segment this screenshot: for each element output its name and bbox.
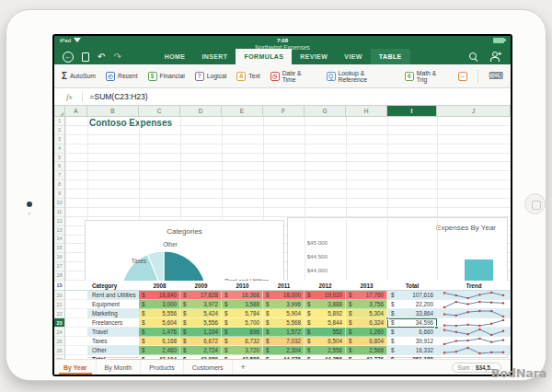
row-number[interactable]: 5 [54, 154, 64, 163]
money-cell-20[interactable]: $18,000 [263, 291, 305, 300]
ribbon-tab-review[interactable]: REVIEW [292, 49, 336, 64]
back-button[interactable]: ← [63, 52, 74, 63]
total-cell[interactable]: $22,200 [387, 300, 437, 309]
row-header-26[interactable]: 26 [54, 346, 65, 355]
row-header-23[interactable]: 23 [54, 318, 65, 328]
undo-button[interactable]: ↶ [98, 52, 105, 62]
money-cell-20[interactable]: $17,760 [346, 291, 387, 300]
keyboard-button[interactable]: ⌨ [489, 70, 503, 82]
money-cell-24[interactable]: $696 [222, 328, 263, 337]
money-cell-22[interactable]: $5,892 [305, 309, 346, 318]
trend-cell[interactable] [437, 346, 511, 355]
ribbon-tab-insert[interactable]: INSERT [193, 49, 236, 64]
money-cell-23[interactable]: $5,604 [139, 318, 180, 328]
money-cell-25[interactable]: $7,032 [263, 337, 305, 346]
money-cell-22[interactable]: $5,304 [346, 309, 387, 318]
ribbon-tab-home[interactable]: HOME [156, 49, 194, 64]
col-header-f[interactable]: F [263, 106, 305, 116]
money-cell-21[interactable]: $3,000 [139, 300, 180, 309]
empty-cell[interactable] [65, 309, 87, 318]
empty-cell[interactable] [65, 281, 87, 291]
money-cell-25[interactable]: $6,168 [139, 337, 180, 346]
home-button[interactable] [524, 193, 546, 214]
row-number[interactable]: 12 [54, 217, 64, 226]
row-number[interactable]: 3 [54, 135, 64, 144]
money-cell-24[interactable]: $1,572 [263, 328, 305, 337]
category-cell[interactable]: Freelancers [87, 318, 139, 328]
empty-cell[interactable] [65, 291, 87, 300]
total-cell[interactable]: $6,660 [387, 328, 437, 337]
selection-handle[interactable] [434, 326, 439, 330]
ribbon-item-math-trig[interactable]: θMath & Trig [405, 70, 448, 83]
ribbon-item-more-functions[interactable]: – [458, 72, 467, 81]
money-cell-22[interactable]: $5,784 [222, 309, 263, 318]
col-header-b[interactable]: B [87, 106, 139, 116]
money-cell-21[interactable]: $3,996 [263, 300, 305, 309]
row-number[interactable]: 15 [54, 244, 64, 253]
money-cell-25[interactable]: $6,732 [222, 337, 263, 346]
col-header-g[interactable]: G [305, 106, 346, 116]
formula-input[interactable]: =SUM(C23:H23) [90, 92, 148, 101]
select-all-corner[interactable] [54, 106, 65, 116]
money-cell-25[interactable]: $6,672 [180, 337, 222, 346]
total-cell[interactable]: $16,332 [387, 346, 437, 355]
money-cell-23[interactable]: $5,700 [222, 318, 263, 328]
col-header-h[interactable]: H [346, 106, 387, 116]
money-cell-26[interactable]: $2,460 [139, 346, 180, 355]
sheet-tab-by-year[interactable]: By Year [54, 360, 97, 375]
money-cell-22[interactable]: $5,556 [139, 309, 180, 318]
ribbon-item-logical[interactable]: ?Logical [195, 72, 227, 81]
ribbon-tab-view[interactable]: VIEW [336, 49, 371, 64]
row-number[interactable]: 10 [54, 199, 64, 208]
empty-cell[interactable] [65, 346, 87, 355]
money-cell-20[interactable]: $17,628 [180, 291, 222, 300]
col-header-a[interactable]: A [65, 106, 87, 116]
sheet-tab-products[interactable]: Products [141, 360, 184, 375]
money-cell-21[interactable]: $3,972 [180, 300, 222, 309]
row-header-19[interactable]: 19 [54, 281, 65, 291]
row-header-21[interactable]: 21 [54, 300, 65, 309]
ribbon-item-text[interactable]: AText [236, 72, 259, 81]
total-cell[interactable]: $107,616 [387, 291, 437, 300]
ribbon-tab-formulas[interactable]: FORMULAS [236, 49, 292, 64]
money-cell-20[interactable]: $19,020 [305, 291, 346, 300]
row-number[interactable]: 16 [54, 253, 64, 262]
trend-cell[interactable] [437, 309, 511, 318]
trend-cell[interactable] [437, 337, 511, 346]
money-cell-21[interactable]: $3,588 [222, 300, 263, 309]
row-number[interactable]: 1 [54, 117, 64, 126]
trend-cell[interactable] [437, 318, 511, 328]
total-cell[interactable]: $39,912 [387, 337, 437, 346]
money-cell-26[interactable]: $2,556 [305, 346, 346, 355]
ribbon-item-date-time[interactable]: ◷Date & Time [270, 70, 316, 83]
row-header-20[interactable]: 20 [54, 291, 65, 300]
money-cell-26[interactable]: $2,304 [263, 346, 305, 355]
category-cell[interactable]: Other [87, 346, 139, 355]
money-cell-25[interactable]: $6,504 [305, 337, 346, 346]
col-header-c[interactable]: C [139, 106, 180, 116]
category-cell[interactable]: Taxes [87, 337, 139, 346]
money-cell-24[interactable]: $1,476 [139, 328, 180, 337]
col-header-j[interactable]: J [437, 106, 511, 116]
money-cell-21[interactable]: $3,756 [346, 300, 387, 309]
money-cell-26[interactable]: $2,724 [180, 346, 222, 355]
money-cell-21[interactable]: $3,888 [305, 300, 346, 309]
trend-cell[interactable] [437, 291, 511, 300]
money-cell-26[interactable]: $2,568 [346, 346, 387, 355]
empty-cell[interactable] [65, 318, 87, 328]
formula-bar[interactable]: fx =SUM(C23:H23) [54, 88, 511, 106]
money-cell-23[interactable]: $5,844 [305, 318, 346, 328]
money-cell-24[interactable]: $1,104 [180, 328, 222, 337]
ribbon-item-autosum[interactable]: ΣAutoSum [62, 71, 96, 81]
money-cell-20[interactable]: $18,840 [139, 291, 180, 300]
row-number[interactable]: 6 [54, 162, 64, 171]
search-button[interactable] [468, 52, 478, 62]
ribbon-tab-table[interactable]: TABLE [371, 49, 410, 64]
money-cell-20[interactable]: $16,368 [222, 291, 263, 300]
category-cell[interactable]: Marketing [87, 309, 139, 318]
total-cell[interactable]: $33,864 [387, 309, 437, 318]
row-number[interactable]: 7 [54, 171, 64, 180]
ribbon-item-recent[interactable]: ◴Recent [106, 72, 138, 81]
money-cell-24[interactable]: $552 [305, 328, 346, 337]
row-header-25[interactable]: 25 [54, 337, 65, 346]
